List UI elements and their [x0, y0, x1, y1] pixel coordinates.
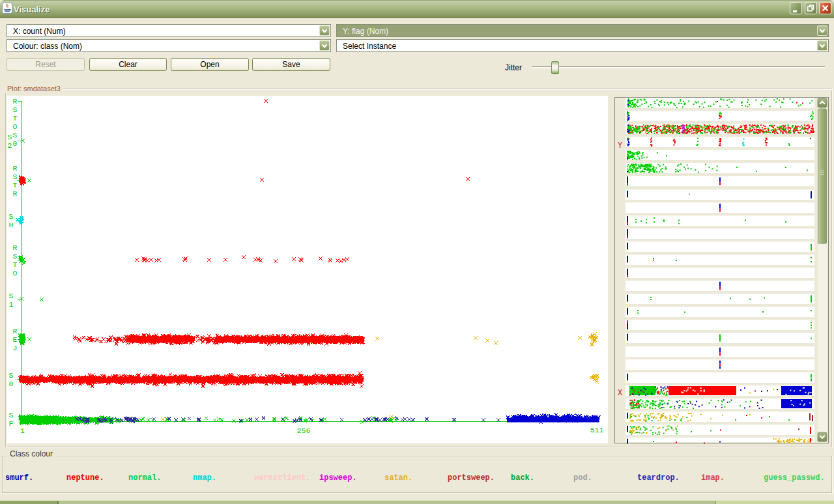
- svg-text:O: O: [13, 269, 18, 277]
- svg-text:R: R: [13, 97, 18, 105]
- svg-text:X: X: [618, 389, 622, 398]
- svg-text:J: J: [13, 344, 18, 352]
- svg-text:H: H: [9, 221, 14, 229]
- svg-text:T: T: [13, 114, 18, 122]
- svg-text:T: T: [13, 260, 18, 269]
- svg-text:O: O: [13, 122, 18, 131]
- svg-text:Y: Y: [618, 141, 622, 150]
- svg-text:R: R: [13, 327, 18, 335]
- svg-text:1: 1: [20, 427, 25, 435]
- svg-text:256: 256: [297, 427, 311, 435]
- svg-text:511: 511: [590, 426, 604, 434]
- svg-text:S: S: [13, 131, 18, 139]
- svg-text:Plot: smdataset3: Plot: smdataset3: [7, 85, 61, 92]
- svg-text:0: 0: [9, 380, 14, 388]
- svg-text:E: E: [13, 335, 18, 344]
- svg-text:F: F: [9, 419, 14, 428]
- svg-text:0: 0: [13, 139, 18, 148]
- svg-text:S: S: [13, 252, 18, 260]
- svg-text:R: R: [13, 244, 18, 252]
- svg-text:S: S: [9, 371, 14, 380]
- svg-text:2: 2: [8, 141, 12, 150]
- svg-text:S: S: [8, 133, 12, 141]
- svg-text:S: S: [13, 173, 18, 181]
- svg-text:S: S: [9, 411, 14, 419]
- svg-text:S: S: [9, 292, 14, 300]
- svg-text:S: S: [9, 212, 14, 221]
- svg-text:1: 1: [9, 300, 14, 309]
- svg-text:S: S: [13, 105, 18, 114]
- svg-text:R: R: [13, 189, 18, 198]
- svg-text:T: T: [13, 181, 18, 189]
- svg-text:R: R: [13, 164, 18, 173]
